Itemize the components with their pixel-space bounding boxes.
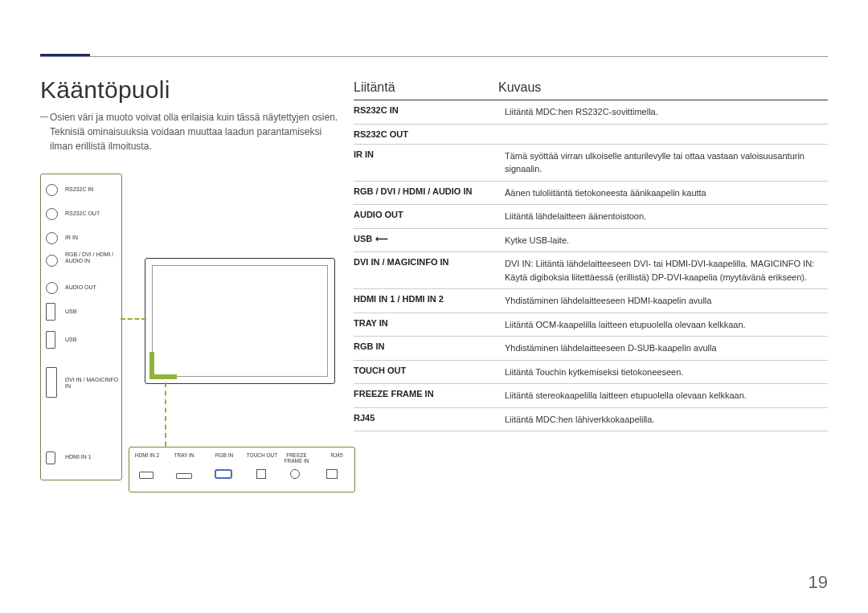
port-desc: Yhdistäminen lähdelaitteeseen HDMI-kaape… bbox=[505, 294, 828, 308]
side-label: USB bbox=[65, 337, 120, 343]
table-row: RS232C INLiitäntä MDC:hen RS232C-sovitti… bbox=[354, 100, 828, 125]
page-title: Kääntöpuoli bbox=[40, 76, 354, 104]
side-panel: RS232C IN RS232C OUT IR IN RGB / DVI / H… bbox=[40, 174, 122, 480]
port-desc: Liitäntä OCM-kaapelilla laitteen etupuol… bbox=[505, 318, 828, 332]
side-label: RS232C IN bbox=[65, 186, 120, 193]
port-desc: Yhdistäminen lähdelaitteeseen D-SUB-kaap… bbox=[505, 341, 828, 355]
bottom-label: RJ45 bbox=[321, 452, 353, 458]
side-label: USB bbox=[65, 309, 120, 315]
bottom-label: HDMI IN 2 bbox=[131, 452, 163, 458]
bottom-label: TRAY IN bbox=[168, 452, 200, 458]
table-header: Liitäntä Kuvaus bbox=[354, 80, 828, 100]
port-name: FREEZE FRAME IN bbox=[354, 389, 505, 398]
rear-diagram: RS232C IN RS232C OUT IR IN RGB / DVI / H… bbox=[40, 174, 354, 495]
page-number: 19 bbox=[809, 572, 828, 593]
bottom-label: FREEZE FRAME IN bbox=[280, 452, 313, 464]
tv-outline bbox=[145, 258, 335, 384]
port-name: RS232C IN bbox=[354, 105, 505, 115]
table-row: RGB INYhdistäminen lähdelaitteeseen D-SU… bbox=[354, 337, 828, 361]
table-row: HDMI IN 1 / HDMI IN 2Yhdistäminen lähdel… bbox=[354, 289, 828, 313]
table-row: TRAY INLiitäntä OCM-kaapelilla laitteen … bbox=[354, 313, 828, 337]
side-label: HDMI IN 1 bbox=[65, 454, 120, 460]
bottom-label: RGB IN bbox=[208, 452, 240, 458]
col-header-desc: Kuvaus bbox=[498, 80, 828, 95]
port-name: DVI IN / MAGICINFO IN bbox=[354, 257, 505, 267]
port-desc: Äänen tuloliitäntä tietokoneesta äänikaa… bbox=[505, 186, 828, 200]
table-row: RJ45Liitäntä MDC:hen lähiverkkokaapelill… bbox=[354, 408, 828, 432]
port-desc: DVI IN: Liitäntä lähdelaitteeseen DVI- t… bbox=[505, 257, 828, 284]
table-row: RS232C OUT bbox=[354, 125, 828, 145]
port-desc: Liitäntä MDC:hen RS232C-sovittimella. bbox=[505, 105, 828, 119]
table-row: AUDIO OUTLiitäntä lähdelaitteen äänentoi… bbox=[354, 205, 828, 229]
bottom-panel: HDMI IN 2 TRAY IN RGB IN TOUCH OUT FREEZ… bbox=[129, 447, 355, 492]
port-desc: Liitäntä stereokaapelilla laitteen etupu… bbox=[505, 389, 828, 403]
bottom-label: TOUCH OUT bbox=[246, 452, 278, 458]
side-label: IR IN bbox=[65, 235, 120, 241]
port-desc: Liitäntä MDC:hen lähiverkkokaapelilla. bbox=[505, 413, 828, 427]
port-name: USB⟵ bbox=[354, 234, 505, 244]
port-name: IR IN bbox=[354, 149, 505, 159]
table-row: TOUCH OUTLiitäntä Touchin kytkemiseksi t… bbox=[354, 361, 828, 385]
table-row: USB⟵Kytke USB-laite. bbox=[354, 229, 828, 253]
note-text: Osien väri ja muoto voivat olla erilaisi… bbox=[40, 110, 339, 153]
usb-icon: ⟵ bbox=[375, 234, 388, 244]
port-name: AUDIO OUT bbox=[354, 210, 505, 219]
col-header-port: Liitäntä bbox=[354, 80, 498, 95]
port-desc: Liitäntä Touchin kytkemiseksi tietokonee… bbox=[505, 366, 828, 379]
table-row: RGB / DVI / HDMI / AUDIO INÄänen tulolii… bbox=[354, 182, 828, 206]
port-name: TRAY IN bbox=[354, 318, 505, 328]
table-row: IR INTämä syöttää virran ulkoiselle antu… bbox=[354, 145, 828, 182]
table-row: FREEZE FRAME INLiitäntä stereokaapelilla… bbox=[354, 384, 828, 408]
port-name: RGB IN bbox=[354, 341, 505, 351]
port-desc: Liitäntä lähdelaitteen äänentoistoon. bbox=[505, 210, 828, 223]
port-desc: Tämä syöttää virran ulkoiselle anturilev… bbox=[505, 149, 828, 176]
port-name: RJ45 bbox=[354, 413, 505, 423]
port-name: RGB / DVI / HDMI / AUDIO IN bbox=[354, 186, 505, 196]
side-label: DVI IN / MAGICINFO IN bbox=[65, 377, 120, 389]
port-name: TOUCH OUT bbox=[354, 366, 505, 375]
port-name: HDMI IN 1 / HDMI IN 2 bbox=[354, 294, 505, 304]
side-label: RS232C OUT bbox=[65, 210, 120, 217]
side-label: RGB / DVI / HDMI / AUDIO IN bbox=[65, 251, 120, 264]
table-row: DVI IN / MAGICINFO INDVI IN: Liitäntä lä… bbox=[354, 252, 828, 289]
port-desc: Kytke USB-laite. bbox=[505, 234, 828, 247]
side-label: AUDIO OUT bbox=[65, 284, 120, 291]
port-name: RS232C OUT bbox=[354, 129, 505, 139]
